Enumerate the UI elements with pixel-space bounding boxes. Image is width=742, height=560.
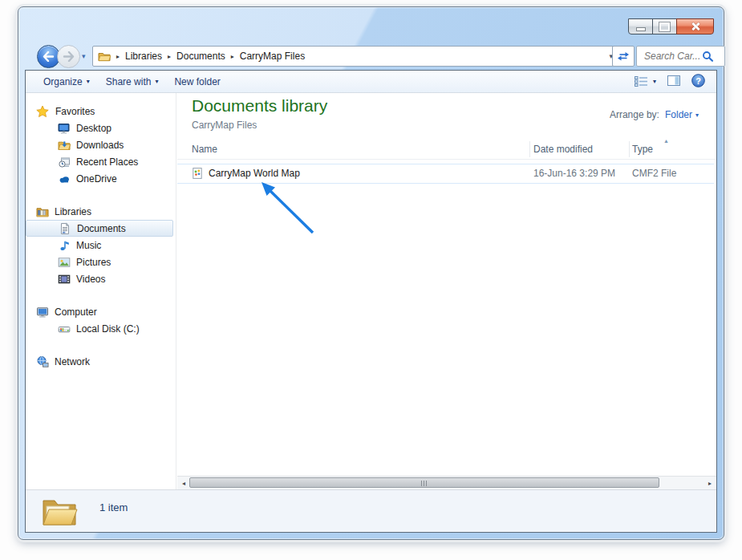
sidebar-item-label: OneDrive bbox=[76, 173, 117, 185]
scrollbar-thumb[interactable] bbox=[189, 477, 659, 488]
search-input[interactable] bbox=[643, 50, 702, 63]
sidebar-item-desktop[interactable]: Desktop bbox=[26, 120, 176, 136]
sidebar-item-label: Documents bbox=[77, 223, 126, 234]
sidebar-item-music[interactable]: Music bbox=[26, 237, 176, 254]
forward-button[interactable] bbox=[57, 45, 80, 68]
carrymap-file-icon bbox=[191, 167, 204, 182]
sidebar-item-local-disk-c[interactable]: Local Disk (C:) bbox=[26, 320, 176, 337]
share-with-label: Share with bbox=[106, 76, 152, 87]
address-row: ▾ ▸ Libraries ▸ Documents ▸ CarryMap Fil… bbox=[18, 45, 724, 67]
refresh-icon bbox=[617, 50, 630, 63]
breadcrumb-separator-icon: ▸ bbox=[164, 53, 175, 60]
onedrive-icon bbox=[58, 172, 71, 185]
explorer-window: ▾ ▸ Libraries ▸ Documents ▸ CarryMap Fil… bbox=[18, 6, 724, 540]
folder-icon bbox=[98, 50, 111, 63]
scroll-right-button[interactable]: ▸ bbox=[703, 477, 716, 490]
sidebar-item-recent-places[interactable]: Recent Places bbox=[26, 153, 176, 170]
sidebar-item-label: Favorites bbox=[55, 106, 95, 117]
maximize-button[interactable] bbox=[652, 18, 677, 34]
sidebar-item-downloads[interactable]: Downloads bbox=[26, 136, 176, 153]
arrange-by-control[interactable]: Arrange by: Folder ▾ bbox=[610, 109, 699, 120]
sidebar-item-documents[interactable]: Documents bbox=[26, 220, 173, 237]
network-icon bbox=[36, 355, 49, 368]
minimize-button[interactable] bbox=[628, 18, 653, 34]
close-icon bbox=[691, 22, 700, 31]
music-icon bbox=[58, 239, 71, 252]
arrange-by-label: Arrange by: bbox=[610, 109, 659, 120]
chevron-down-icon: ▾ bbox=[87, 78, 90, 85]
column-header-type[interactable]: Type bbox=[632, 144, 653, 155]
window-controls bbox=[629, 18, 714, 34]
local-disk-icon bbox=[58, 323, 71, 335]
annotation-arrow-icon bbox=[257, 180, 323, 242]
breadcrumb-carrymap-files[interactable]: CarryMap Files bbox=[240, 51, 305, 62]
recent-pages-dropdown[interactable]: ▾ bbox=[82, 52, 86, 60]
arrange-by-value[interactable]: Folder ▾ bbox=[665, 109, 699, 120]
page-subtitle: CarryMap Files bbox=[192, 120, 257, 131]
refresh-button[interactable] bbox=[612, 46, 635, 67]
chevron-down-icon: ▾ bbox=[653, 78, 656, 85]
sidebar-item-label: Pictures bbox=[76, 257, 111, 268]
new-folder-button[interactable]: New folder bbox=[174, 76, 220, 87]
recent-places-icon bbox=[58, 156, 71, 168]
libraries-icon bbox=[36, 205, 49, 218]
search-icon bbox=[702, 51, 714, 63]
toolbar-right-icons: ▾ ? bbox=[635, 74, 716, 90]
help-icon: ? bbox=[691, 74, 705, 87]
close-button[interactable] bbox=[676, 18, 714, 34]
file-date-modified: 16-Jun-16 3:29 PM bbox=[533, 168, 615, 179]
file-list-pane: Documents library CarryMap Files Arrange… bbox=[177, 93, 716, 490]
desktop-icon bbox=[58, 122, 71, 135]
column-header-name[interactable]: Name bbox=[192, 144, 217, 155]
main-area: Favorites Desktop bbox=[26, 93, 716, 490]
change-view-button[interactable]: ▾ bbox=[635, 76, 656, 87]
breadcrumb-separator-icon: ▸ bbox=[227, 53, 238, 60]
svg-text:?: ? bbox=[695, 75, 701, 85]
sidebar-item-libraries[interactable]: Libraries bbox=[26, 203, 176, 220]
column-header-row: Name Date modified Type ▲ bbox=[177, 140, 716, 160]
page-title: Documents library bbox=[192, 96, 327, 116]
file-row[interactable]: CarryMap World Map 16-Jun-16 3:29 PM CMF… bbox=[177, 164, 714, 184]
column-separator[interactable] bbox=[629, 141, 630, 157]
address-bar[interactable]: ▸ Libraries ▸ Documents ▸ CarryMap Files… bbox=[92, 46, 620, 67]
videos-icon bbox=[58, 273, 71, 286]
scrollbar-grip-icon bbox=[421, 481, 428, 486]
search-box[interactable] bbox=[636, 46, 725, 67]
details-pane: 1 item bbox=[26, 489, 716, 532]
client-area: Organize ▾ Share with ▾ New folder bbox=[25, 70, 717, 533]
sidebar-item-favorites[interactable]: Favorites bbox=[26, 103, 176, 120]
navigation-pane: Favorites Desktop bbox=[26, 93, 176, 490]
maximize-icon bbox=[659, 22, 670, 31]
sidebar-item-onedrive[interactable]: OneDrive bbox=[26, 170, 176, 187]
breadcrumb-documents[interactable]: Documents bbox=[176, 51, 225, 62]
chevron-down-icon: ▾ bbox=[155, 78, 158, 85]
sidebar-item-network[interactable]: Network bbox=[26, 353, 176, 370]
breadcrumb-libraries[interactable]: Libraries bbox=[125, 51, 162, 62]
sidebar-item-label: Network bbox=[55, 356, 90, 367]
sidebar-item-videos[interactable]: Videos bbox=[26, 270, 176, 287]
pictures-icon bbox=[58, 256, 71, 269]
share-with-button[interactable]: Share with ▾ bbox=[106, 76, 159, 87]
preview-pane-icon bbox=[667, 75, 680, 86]
chevron-down-icon: ▾ bbox=[695, 112, 699, 119]
preview-pane-button[interactable] bbox=[667, 75, 680, 88]
help-button[interactable]: ? bbox=[691, 74, 705, 90]
folder-icon bbox=[39, 493, 80, 530]
organize-button[interactable]: Organize ▾ bbox=[43, 76, 90, 87]
item-count: 1 item bbox=[99, 501, 128, 513]
sidebar-item-label: Computer bbox=[55, 306, 97, 318]
column-separator[interactable] bbox=[529, 141, 530, 157]
back-arrow-icon bbox=[43, 51, 55, 62]
sidebar-item-pictures[interactable]: Pictures bbox=[26, 254, 176, 270]
computer-icon bbox=[36, 306, 49, 319]
star-icon bbox=[36, 105, 50, 118]
sidebar-item-label: Music bbox=[76, 240, 101, 251]
command-toolbar: Organize ▾ Share with ▾ New folder bbox=[26, 71, 716, 93]
sidebar-item-computer[interactable]: Computer bbox=[26, 303, 176, 320]
horizontal-scrollbar[interactable]: ◂ ▸ bbox=[177, 476, 716, 490]
sidebar-item-label: Desktop bbox=[76, 123, 112, 134]
column-header-date-modified[interactable]: Date modified bbox=[533, 144, 593, 155]
sidebar-item-label: Local Disk (C:) bbox=[76, 323, 140, 335]
scroll-left-button[interactable]: ◂ bbox=[177, 477, 190, 490]
sort-ascending-icon: ▲ bbox=[663, 138, 669, 144]
